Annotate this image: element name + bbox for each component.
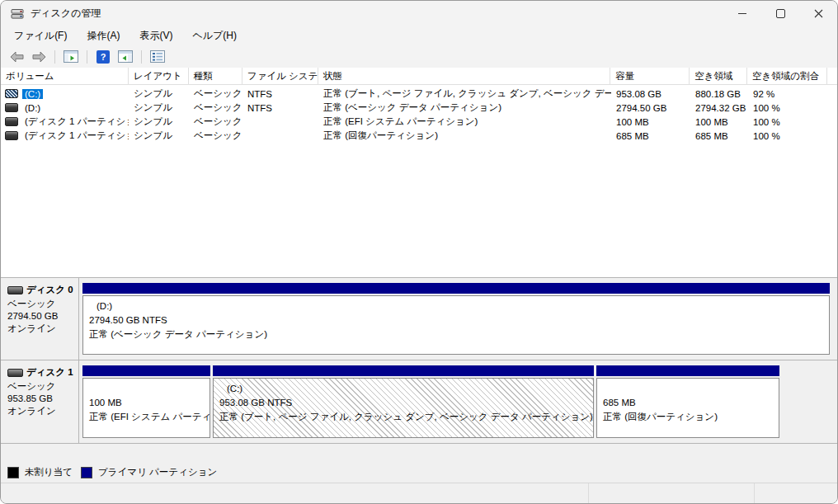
- disk-graph: 100 MB正常 (EFI システム パーティション)(C:)953.08 GB…: [79, 360, 838, 443]
- close-button[interactable]: [799, 1, 837, 26]
- column-header-type[interactable]: 種類: [189, 68, 242, 84]
- volume-row[interactable]: (D:)シンプルベーシックNTFS正常 (ベーシック データ パーティション)2…: [1, 101, 838, 115]
- back-icon: [10, 51, 24, 63]
- column-header-layout[interactable]: レイアウト: [129, 68, 189, 84]
- menu-view[interactable]: 表示(V): [129, 26, 182, 45]
- disk-management-window: ディスクの管理 ファイル(F)操作(A)表示(V)ヘルプ(H): [0, 0, 838, 504]
- volume-icon: [5, 131, 18, 140]
- column-header-capacity[interactable]: 容量: [610, 68, 690, 84]
- legend-swatch: [81, 467, 92, 478]
- disk-label-panel[interactable]: ディスク 1ベーシック953.85 GBオンライン: [1, 360, 79, 443]
- menu-action[interactable]: 操作(A): [77, 26, 129, 45]
- disk-icon: [7, 286, 23, 294]
- volume-name: (ディスク 1 パーティション 1): [22, 115, 129, 128]
- back-button[interactable]: [7, 49, 26, 65]
- partition-block[interactable]: (C:)953.08 GB NTFS正常 (ブート, ページ ファイル, クラッ…: [213, 365, 594, 438]
- cell-type: ベーシック: [189, 101, 242, 114]
- minimize-button[interactable]: [723, 1, 761, 26]
- disk-name-row: ディスク 0: [7, 284, 77, 296]
- titlebar: ディスクの管理: [1, 1, 837, 26]
- column-header-blank[interactable]: [827, 68, 838, 84]
- app-icon: [11, 7, 24, 20]
- cell-capacity: 685 MB: [611, 131, 690, 141]
- volume-list-body: (C:)シンプルベーシックNTFS正常 (ブート, ページ ファイル, クラッシ…: [1, 85, 838, 143]
- cell-type: ベーシック: [189, 87, 242, 100]
- properties-button[interactable]: [148, 49, 167, 65]
- volume-row[interactable]: (C:)シンプルベーシックNTFS正常 (ブート, ページ ファイル, クラッシ…: [1, 87, 838, 101]
- partition-title: (C:): [219, 382, 590, 396]
- partition-block[interactable]: 100 MB正常 (EFI システム パーティション): [82, 365, 210, 438]
- legend: 未割り当てプライマリ パーティション: [1, 466, 838, 478]
- cell-filesystem: NTFS: [242, 103, 318, 113]
- partition-color-bar: [596, 365, 779, 376]
- partition-status: 正常 (ベーシック データ パーティション): [89, 327, 826, 341]
- cell-volume: (C:): [1, 89, 129, 99]
- partition-title: (D:): [89, 299, 826, 313]
- cell-layout: シンプル: [129, 87, 189, 100]
- disk-stack: ディスク 0ベーシック2794.50 GBオンライン(D:)2794.50 GB…: [1, 277, 838, 444]
- cell-pct-free: 100 %: [748, 131, 828, 141]
- column-header-status[interactable]: 状態: [318, 68, 611, 84]
- help-button[interactable]: ?: [94, 49, 112, 65]
- volume-name: (D:): [22, 103, 43, 113]
- toolbar-separator: [87, 50, 87, 64]
- disk-band-0: ディスク 0ベーシック2794.50 GBオンライン(D:)2794.50 GB…: [1, 277, 838, 360]
- cell-filesystem: NTFS: [242, 89, 318, 99]
- disk-graph: (D:)2794.50 GB NTFS正常 (ベーシック データ パーティション…: [79, 278, 838, 360]
- partition-color-bar: [82, 365, 210, 376]
- legend-unallocated: 未割り当て: [7, 466, 73, 478]
- volume-row[interactable]: (ディスク 1 パーティション 4)シンプルベーシック正常 (回復パーティション…: [1, 129, 838, 143]
- maximize-icon: [776, 9, 785, 18]
- column-header-filesystem[interactable]: ファイル システム: [242, 68, 318, 84]
- partition-title: [89, 382, 206, 396]
- volume-icon: [5, 89, 18, 98]
- disk-status: オンライン: [7, 323, 77, 335]
- disk-graph-pane: ディスク 0ベーシック2794.50 GBオンライン(D:)2794.50 GB…: [1, 277, 838, 483]
- cell-status: 正常 (ブート, ページ ファイル, クラッシュ ダンプ, ベーシック データ …: [318, 87, 611, 100]
- partition-block[interactable]: 685 MB正常 (回復パーティション): [596, 365, 779, 438]
- disk-status: オンライン: [7, 405, 77, 417]
- cell-capacity: 2794.50 GB: [611, 103, 690, 113]
- cell-status: 正常 (回復パーティション): [318, 130, 611, 142]
- cell-volume: (D:): [1, 103, 129, 113]
- cell-type: ベーシック: [189, 130, 242, 142]
- volume-row[interactable]: (ディスク 1 パーティション 1)シンプルベーシック正常 (EFI システム …: [1, 115, 838, 129]
- partition-size: 685 MB: [603, 396, 775, 410]
- volume-icon: [5, 103, 18, 112]
- disk-label-panel[interactable]: ディスク 0ベーシック2794.50 GBオンライン: [1, 278, 79, 360]
- column-header-free-space[interactable]: 空き領域: [690, 68, 747, 84]
- show-action-pane-button[interactable]: [116, 49, 134, 65]
- partition-status: 正常 (EFI システム パーティション): [89, 410, 206, 424]
- cell-volume: (ディスク 1 パーティション 4): [1, 130, 129, 142]
- cell-layout: シンプル: [129, 115, 189, 128]
- toolbar-separator: [54, 50, 55, 64]
- partition-status: 正常 (ブート, ページ ファイル, クラッシュ ダンプ, ベーシック データ …: [219, 410, 590, 424]
- column-header-volume[interactable]: ボリューム: [1, 68, 129, 84]
- disk-kind: ベーシック: [7, 298, 77, 310]
- disk-name: ディスク 1: [26, 366, 73, 379]
- disk-size: 953.85 GB: [7, 393, 77, 405]
- statusbar-segment: [588, 483, 754, 503]
- cell-capacity: 953.08 GB: [611, 89, 690, 99]
- partition-size: 953.08 GB NTFS: [219, 396, 590, 410]
- partition-title: [603, 382, 775, 396]
- statusbar-segment: [754, 483, 838, 503]
- toolbar-separator: [141, 50, 142, 64]
- volume-name: (C:): [22, 89, 43, 99]
- cell-layout: シンプル: [129, 101, 189, 114]
- disk-name-row: ディスク 1: [7, 366, 77, 379]
- volume-list-header: ボリュームレイアウト種類ファイル システム状態容量空き領域空き領域の割合: [1, 68, 838, 85]
- forward-button[interactable]: [30, 49, 48, 65]
- menu-file[interactable]: ファイル(F): [4, 26, 77, 45]
- show-console-tree-button[interactable]: [62, 49, 80, 65]
- partition-block[interactable]: (D:)2794.50 GB NTFS正常 (ベーシック データ パーティション…: [82, 283, 830, 355]
- maximize-button[interactable]: [761, 1, 799, 26]
- volume-icon: [5, 117, 18, 126]
- volume-list: ボリュームレイアウト種類ファイル システム状態容量空き領域空き領域の割合 (C:…: [1, 68, 838, 277]
- cell-layout: シンプル: [129, 130, 189, 142]
- statusbar-fill: [1, 483, 588, 503]
- menu-help[interactable]: ヘルプ(H): [182, 26, 247, 45]
- cell-capacity: 100 MB: [611, 117, 690, 127]
- column-header-pct-free[interactable]: 空き領域の割合: [747, 68, 827, 84]
- partition-size: 2794.50 GB NTFS: [89, 313, 826, 327]
